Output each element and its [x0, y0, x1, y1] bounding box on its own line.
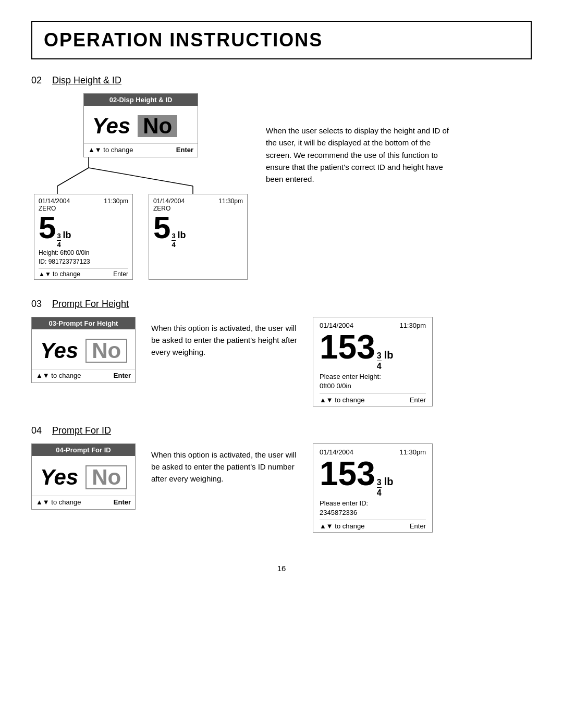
device-04-header: 04-Prompt For ID: [32, 444, 135, 456]
screen-02y-unit: lb: [63, 230, 71, 241]
screen-04-unit: lb: [384, 476, 394, 488]
btn-no-03[interactable]: No: [85, 339, 127, 363]
footer-enter-02: Enter: [176, 146, 193, 154]
section-02: 02 Disp Height & ID 02-Disp Height & ID …: [31, 75, 532, 280]
device-03-header: 03-Prompt For Height: [32, 317, 135, 329]
device-02-header: 02-Disp Height & ID: [84, 94, 198, 106]
footer-enter-03: Enter: [114, 372, 131, 379]
screen-02y-footer-enter: Enter: [113, 270, 128, 278]
screen-03-footer-change: ▲▼ to change: [320, 396, 364, 404]
screen-02y-time: 11:30pm: [104, 198, 128, 205]
screen-02n-fraction: 3 4: [172, 232, 175, 249]
screen-02y-bignum: 5: [39, 212, 56, 243]
screen-03: 01/14/2004 11:30pm 153 3 4 lb Please ent…: [313, 317, 433, 406]
screen-02n-unit: lb: [178, 230, 186, 241]
page-title: OPERATION INSTRUCTIONS: [44, 29, 519, 51]
screen-02y-footer-change: ▲▼ to change: [39, 270, 80, 278]
connector-lines-02: [31, 157, 250, 194]
section-03-title: Prompt For Height: [52, 299, 129, 310]
screen-04-footer-enter: Enter: [410, 522, 426, 530]
svg-line-2: [89, 168, 193, 186]
svg-line-1: [57, 168, 89, 186]
section-04-description: When this option is activated, the user …: [151, 449, 297, 485]
screen-02-yes: 01/14/2004 11:30pm ZERO 5 3 4 lb Height:…: [34, 194, 133, 280]
screen-03-info2: 0ft00 0/0in: [320, 381, 426, 391]
section-02-num: 02: [31, 75, 42, 86]
screen-03-bignum: 153: [320, 330, 375, 364]
section-04-title: Prompt For ID: [52, 425, 111, 436]
screen-02-no: 01/14/2004 11:30pm ZERO 5 3 4 lb: [149, 194, 248, 280]
section-03: 03 Prompt For Height 03-Prompt For Heigh…: [31, 299, 532, 406]
section-02-title: Disp Height & ID: [52, 75, 121, 86]
screen-03-footer-enter: Enter: [410, 396, 426, 404]
screen-02y-id: ID: 981723737123: [39, 257, 128, 266]
device-03: 03-Prompt For Height Yes No ▲▼ to change…: [31, 317, 136, 383]
device-04: 04-Prompt For ID Yes No ▲▼ to change Ent…: [31, 443, 136, 510]
footer-enter-04: Enter: [114, 498, 131, 506]
screen-04: 01/14/2004 11:30pm 153 3 4 lb Please ent…: [313, 443, 433, 533]
footer-change-02: ▲▼ to change: [88, 146, 133, 154]
screen-02y-date: 01/14/2004: [39, 198, 70, 205]
page-title-box: OPERATION INSTRUCTIONS: [31, 21, 532, 59]
screen-02y-fraction: 3 4: [57, 232, 60, 249]
screen-04-bignum: 153: [320, 457, 375, 490]
screen-03-time: 11:30pm: [399, 322, 426, 329]
section-03-description: When this option is activated, the user …: [151, 322, 297, 359]
screen-04-footer-change: ▲▼ to change: [320, 522, 364, 530]
section-02-description: When the user selects to display the hei…: [266, 125, 454, 185]
screen-04-info2: 2345872336: [320, 508, 426, 517]
section-03-num: 03: [31, 299, 42, 310]
screen-04-fraction: 3 4: [377, 477, 382, 498]
btn-no-02[interactable]: No: [138, 115, 177, 137]
btn-no-04[interactable]: No: [85, 465, 127, 489]
screen-02n-time: 11:30pm: [218, 198, 243, 205]
section-04-num: 04: [31, 425, 42, 436]
btn-yes-03[interactable]: Yes: [40, 340, 78, 362]
btn-yes-02[interactable]: Yes: [92, 115, 130, 137]
screen-04-time: 11:30pm: [399, 448, 426, 456]
screen-02n-bignum: 5: [153, 212, 170, 243]
btn-yes-04[interactable]: Yes: [40, 466, 78, 488]
screen-02n-date: 01/14/2004: [153, 198, 185, 205]
device-02-main: 02-Disp Height & ID Yes No ▲▼ to change …: [83, 93, 198, 157]
screen-03-unit: lb: [384, 349, 394, 361]
screen-03-fraction: 3 4: [377, 351, 382, 371]
section-04: 04 Prompt For ID 04-Prompt For ID Yes No…: [31, 425, 532, 533]
screen-02y-height: Height: 6ft00 0/0in: [39, 249, 128, 257]
footer-change-04: ▲▼ to change: [36, 498, 81, 506]
screen-04-info1: Please enter ID:: [320, 499, 426, 508]
screen-03-info1: Please enter Height:: [320, 372, 426, 381]
footer-change-03: ▲▼ to change: [36, 372, 81, 379]
page-number: 16: [31, 564, 532, 573]
